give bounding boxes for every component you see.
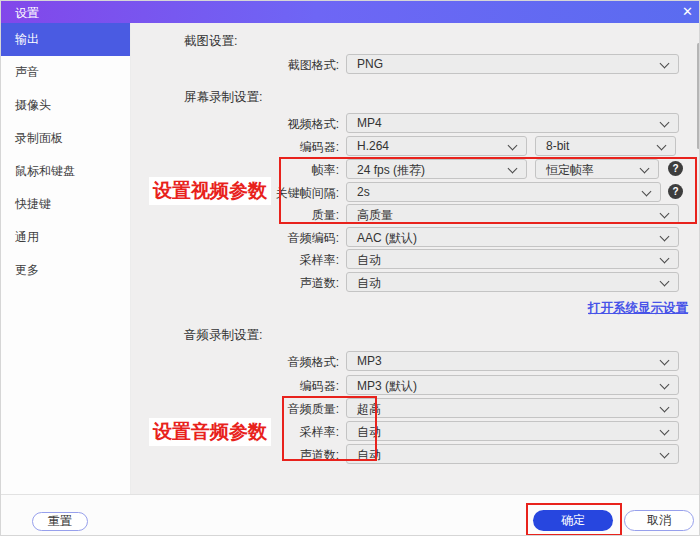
screen-recording-section-header: 屏幕录制设置: [184, 89, 262, 106]
chevron-down-icon [660, 118, 670, 128]
chevron-down-icon [660, 59, 670, 69]
encoder-row: 编码器: H.264 8-bit [131, 136, 700, 156]
sidebar: 输出 声音 摄像头 录制面板 鼠标和键盘 快捷键 通用 更多 [1, 23, 131, 494]
sidebar-item-hotkeys[interactable]: 快捷键 [1, 188, 130, 221]
framerate-dropdown[interactable]: 24 fps (推荐) [346, 159, 527, 179]
audio-codec-label: 音频编码: [141, 230, 339, 247]
footer: 重置 确定 取消 [1, 494, 700, 536]
framerate-row: 帧率: 24 fps (推荐) 恒定帧率 ? [131, 159, 700, 179]
bit-depth-dropdown[interactable]: 8-bit [535, 136, 676, 156]
chevron-down-icon [660, 254, 670, 264]
audio-channels-dropdown[interactable]: 自动 [346, 444, 679, 464]
keyframe-interval-dropdown[interactable]: 2s [346, 182, 661, 202]
chevron-down-icon [660, 209, 670, 219]
audio-quality-label: 音频质量: [141, 401, 339, 418]
audio-channels-row: 声道数: 自动 [131, 444, 700, 464]
titlebar: 设置 ✕ [1, 1, 700, 23]
sidebar-item-output[interactable]: 输出 [1, 23, 130, 56]
channels-row: 声道数: 自动 [131, 272, 700, 292]
chevron-down-icon [660, 449, 670, 459]
keyframe-interval-label: 关键帧间隔: [141, 185, 339, 202]
settings-content: 截图设置: 截图格式: PNG 屏幕录制设置: 视频格式: MP4 编码器: H… [131, 23, 700, 494]
chevron-down-icon [660, 277, 670, 287]
sidebar-item-mouse-keyboard[interactable]: 鼠标和键盘 [1, 155, 130, 188]
chevron-down-icon [660, 380, 670, 390]
quality-label: 质量: [141, 207, 339, 224]
audio-format-row: 音频格式: MP3 [131, 351, 700, 371]
audio-codec-dropdown[interactable]: AAC (默认) [346, 227, 679, 247]
video-format-dropdown[interactable]: MP4 [346, 113, 679, 133]
chevron-down-icon [660, 232, 670, 242]
channels-label: 声道数: [141, 275, 339, 292]
framerate-label: 帧率: [141, 162, 339, 179]
video-format-label: 视频格式: [141, 116, 339, 133]
chevron-down-icon [508, 141, 518, 151]
audio-encoder-row: 编码器: MP3 (默认) [131, 375, 700, 395]
dialog-title: 设置 [15, 5, 39, 22]
screenshot-format-dropdown[interactable]: PNG [346, 54, 679, 74]
sample-rate-dropdown[interactable]: 自动 [346, 249, 679, 269]
close-icon[interactable]: ✕ [682, 4, 693, 20]
sidebar-item-sound[interactable]: 声音 [1, 56, 130, 89]
ok-button[interactable]: 确定 [533, 510, 613, 531]
settings-dialog: 设置 ✕ 输出 声音 摄像头 录制面板 鼠标和键盘 快捷键 通用 更多 截图设置… [0, 0, 700, 536]
screenshot-format-row: 截图格式: PNG [131, 54, 700, 74]
screenshot-section-header: 截图设置: [184, 33, 237, 50]
chevron-down-icon [660, 356, 670, 366]
chevron-down-icon [640, 164, 650, 174]
audio-quality-dropdown[interactable]: 超高 [346, 398, 679, 418]
sidebar-item-more[interactable]: 更多 [1, 254, 130, 287]
keyframe-interval-help-icon[interactable]: ? [668, 184, 683, 199]
audio-format-label: 音频格式: [141, 354, 339, 371]
sample-rate-row: 采样率: 自动 [131, 249, 700, 269]
open-system-display-settings-link[interactable]: 打开系统显示设置 [588, 300, 688, 317]
quality-row: 质量: 高质量 [131, 204, 700, 224]
channels-dropdown[interactable]: 自动 [346, 272, 679, 292]
audio-quality-row: 音频质量: 超高 [131, 398, 700, 418]
framerate-mode-dropdown[interactable]: 恒定帧率 [535, 159, 659, 179]
audio-channels-label: 声道数: [141, 447, 339, 464]
chevron-down-icon [657, 141, 667, 151]
framerate-help-icon[interactable]: ? [668, 161, 683, 176]
screenshot-format-label: 截图格式: [141, 57, 339, 74]
chevron-down-icon [660, 403, 670, 413]
sidebar-item-camera[interactable]: 摄像头 [1, 89, 130, 122]
chevron-down-icon [642, 187, 652, 197]
cancel-button[interactable]: 取消 [624, 510, 694, 531]
audio-sample-rate-label: 采样率: [141, 424, 339, 441]
sidebar-item-recording-panel[interactable]: 录制面板 [1, 122, 130, 155]
audio-format-dropdown[interactable]: MP3 [346, 351, 679, 371]
quality-dropdown[interactable]: 高质量 [346, 204, 679, 224]
encoder-dropdown[interactable]: H.264 [346, 136, 527, 156]
audio-codec-row: 音频编码: AAC (默认) [131, 227, 700, 247]
sidebar-item-general[interactable]: 通用 [1, 221, 130, 254]
chevron-down-icon [660, 426, 670, 436]
keyframe-interval-row: 关键帧间隔: 2s ? [131, 182, 700, 202]
audio-encoder-label: 编码器: [141, 378, 339, 395]
reset-button[interactable]: 重置 [32, 512, 88, 531]
audio-sample-rate-row: 采样率: 自动 [131, 421, 700, 441]
audio-sample-rate-dropdown[interactable]: 自动 [346, 421, 679, 441]
audio-recording-section-header: 音频录制设置: [184, 327, 262, 344]
sample-rate-label: 采样率: [141, 252, 339, 269]
encoder-label: 编码器: [141, 139, 339, 156]
chevron-down-icon [508, 164, 518, 174]
audio-encoder-dropdown[interactable]: MP3 (默认) [346, 375, 679, 395]
video-format-row: 视频格式: MP4 [131, 113, 700, 133]
